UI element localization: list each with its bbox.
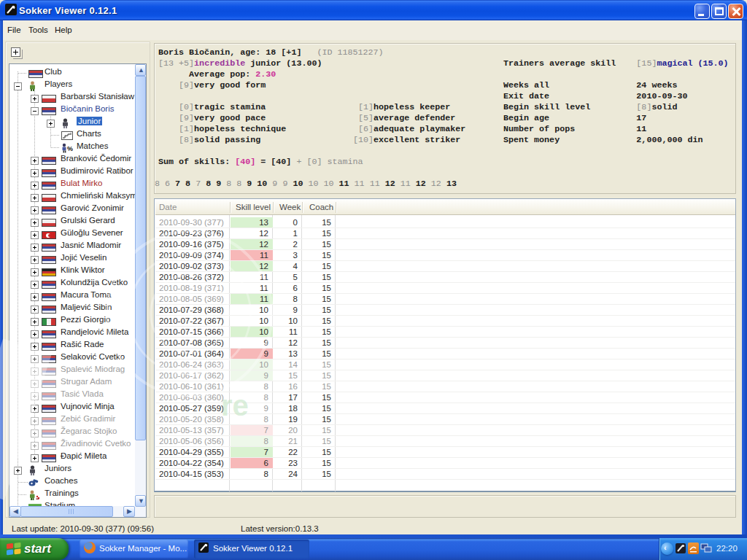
svg-text:%: % [67, 145, 73, 152]
